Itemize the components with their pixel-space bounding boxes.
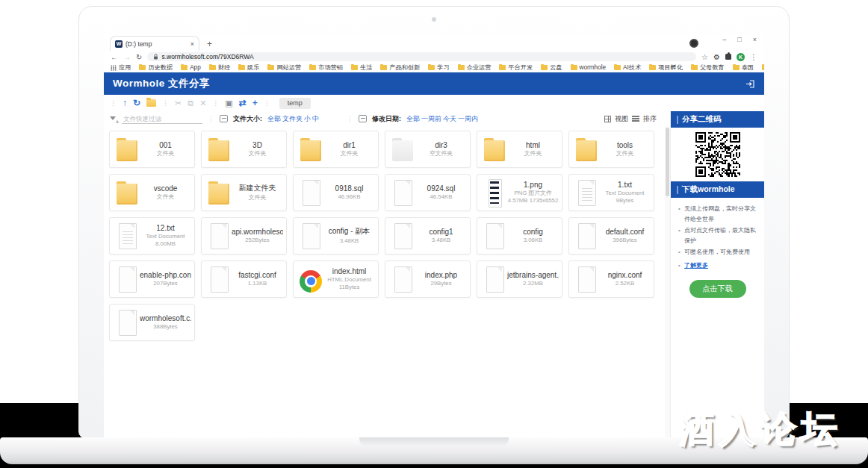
file-card[interactable]: 1.txt Text Document9Bytes bbox=[568, 174, 654, 211]
file-card[interactable]: enable-php.conf 207Bytes bbox=[109, 260, 195, 298]
file-card[interactable]: tools 文件夹 bbox=[568, 131, 654, 168]
file-card[interactable]: html 文件夹 bbox=[477, 131, 562, 168]
file-card-text: default.conf 396Bytes bbox=[598, 228, 654, 244]
paste-icon[interactable]: ▣ bbox=[225, 99, 232, 108]
date-filter-option[interactable]: 一周前 bbox=[421, 115, 441, 122]
add-icon[interactable]: + bbox=[252, 98, 258, 108]
date-filter-option[interactable]: 今天 bbox=[443, 115, 456, 122]
bookmark-item[interactable]: AI技术 bbox=[614, 63, 641, 72]
browser-tab[interactable]: W (D:) temp × bbox=[110, 36, 199, 51]
file-card[interactable]: dir1 文件夹 bbox=[293, 131, 379, 168]
bookmark-item[interactable]: 历史数据 bbox=[139, 63, 173, 72]
refresh-icon[interactable]: ↻ bbox=[133, 98, 140, 108]
bookmark-item[interactable]: 项目孵化 bbox=[649, 63, 683, 72]
url-field[interactable]: s.wormholesoft.com/79XD6RWA bbox=[147, 52, 696, 61]
file-card[interactable]: dir3 空文件夹 bbox=[385, 131, 471, 168]
bookmark-item[interactable]: 企业运营 bbox=[458, 63, 492, 72]
extensions-puzzle-icon[interactable] bbox=[725, 54, 731, 60]
learn-more-link[interactable]: 了解更多 bbox=[684, 262, 708, 269]
close-button[interactable]: × bbox=[753, 36, 757, 43]
bookmark-item[interactable]: 生活 bbox=[351, 63, 372, 72]
quick-filter-input[interactable] bbox=[122, 114, 202, 124]
file-card-text: fastcgi.conf 1.13KB bbox=[230, 271, 286, 287]
file-card[interactable]: 12.txt Text Document8.00MB bbox=[109, 217, 195, 255]
file-card[interactable]: config 3.06KB bbox=[477, 217, 562, 255]
minimize-button[interactable]: – bbox=[722, 36, 726, 43]
watermark-text: 酒入论坛 bbox=[678, 405, 843, 453]
file-card-text: config - 副本 3.48KB bbox=[322, 226, 378, 245]
back-icon[interactable]: ← bbox=[111, 53, 118, 61]
file-card[interactable]: nginx.conf 2.52KB bbox=[568, 260, 654, 298]
bookmark-item[interactable]: 父母教育 bbox=[691, 63, 725, 72]
apps-grid-icon bbox=[111, 65, 117, 71]
file-card[interactable]: fastcgi.conf 1.13KB bbox=[201, 260, 287, 298]
new-tab-button[interactable]: + bbox=[207, 39, 212, 49]
file-card[interactable]: 001 文件夹 bbox=[109, 131, 195, 168]
file-type-icon bbox=[575, 264, 598, 294]
logout-icon[interactable] bbox=[745, 79, 755, 89]
bookmark-item[interactable]: 财经 bbox=[209, 63, 230, 72]
transfer-icon[interactable]: ⇄ bbox=[239, 98, 247, 108]
file-name: 12.txt bbox=[140, 224, 191, 232]
file-card[interactable]: 新建文件夹 文件夹 bbox=[201, 174, 287, 211]
bookmark-item[interactable]: 市场营销 bbox=[309, 63, 343, 72]
cut-icon[interactable]: ✂ bbox=[175, 99, 182, 108]
size-filter-option[interactable]: 小 bbox=[304, 115, 311, 122]
date-filter-option[interactable]: 一周内 bbox=[458, 115, 478, 122]
view-button[interactable]: 视图 bbox=[615, 114, 628, 124]
sort-button[interactable]: 排序 bbox=[643, 114, 657, 124]
bookmark-item[interactable]: 网站运营 bbox=[267, 63, 301, 72]
file-card[interactable]: index.html HTML Document11Bytes bbox=[293, 260, 379, 298]
file-card[interactable]: jetbrains-agent.j... 2.32MB bbox=[477, 260, 562, 298]
file-card[interactable]: vscode 文件夹 bbox=[109, 174, 195, 211]
bookmark-item[interactable]: 学习 bbox=[428, 63, 449, 72]
bookmark-item[interactable]: wormhole bbox=[571, 64, 607, 71]
file-subtitle: 29Bytes bbox=[415, 280, 467, 287]
maximize-button[interactable]: □ bbox=[737, 36, 741, 43]
file-card[interactable]: index.php 29Bytes bbox=[385, 260, 471, 298]
bookmark-item[interactable]: 产品和创新 bbox=[380, 63, 420, 72]
delete-icon[interactable]: ✕ bbox=[199, 99, 206, 108]
reload-icon[interactable]: ↻ bbox=[136, 53, 142, 61]
size-filter-option[interactable]: 中 bbox=[312, 115, 319, 122]
view-grid-icon bbox=[604, 116, 611, 122]
copy-icon[interactable]: ⧉ bbox=[187, 99, 193, 108]
app-title: Wormhole 文件分享 bbox=[113, 77, 210, 90]
file-subtitle: Text Document8.00MB bbox=[140, 233, 191, 248]
file-card[interactable]: 0918.sql 46.96KB bbox=[293, 174, 379, 211]
bookmark-item[interactable]: 娱乐 bbox=[238, 63, 259, 72]
breadcrumb[interactable]: temp bbox=[279, 98, 311, 109]
bookmark-item[interactable]: 平台开发 bbox=[499, 63, 533, 72]
download-button[interactable]: 点击下载 bbox=[689, 280, 746, 298]
file-card[interactable]: 0924.sql 46.54KB bbox=[385, 174, 471, 211]
file-card[interactable]: 1.png PNG 图片文件4.57MB 1735x6552 bbox=[477, 174, 562, 211]
bookmark-item[interactable]: 泰国 bbox=[733, 63, 754, 72]
new-folder-icon[interactable] bbox=[146, 99, 156, 107]
bookmark-item[interactable]: App bbox=[181, 64, 201, 71]
record-circle-icon[interactable] bbox=[689, 39, 698, 48]
bookmark-star-icon[interactable]: ☆ bbox=[701, 53, 708, 61]
bookmark-item[interactable]: 云盘 bbox=[541, 63, 562, 72]
scrollbar-thumb[interactable] bbox=[666, 128, 669, 196]
gear-icon[interactable]: ⚙ bbox=[713, 53, 720, 61]
file-card[interactable]: 3D 文件夹 bbox=[201, 131, 287, 168]
tab-close-icon[interactable]: × bbox=[190, 40, 194, 48]
file-card[interactable]: api.wormholeso... 252Bytes bbox=[201, 217, 287, 255]
forward-icon[interactable]: → bbox=[123, 53, 131, 61]
view-controls: 视图 排序 bbox=[604, 114, 664, 124]
date-filter-option[interactable]: 全部 bbox=[406, 115, 420, 122]
file-name: fastcgi.conf bbox=[232, 271, 283, 279]
file-card[interactable]: default.conf 396Bytes bbox=[568, 217, 654, 255]
up-arrow-icon[interactable]: ↑ bbox=[123, 98, 127, 108]
bookmark-item[interactable]: 挖矿 bbox=[762, 63, 764, 72]
file-card[interactable]: config - 副本 3.48KB bbox=[293, 217, 379, 255]
file-card[interactable]: wormholesoft.c... 388Bytes bbox=[109, 304, 195, 341]
scrollbar[interactable] bbox=[665, 126, 670, 437]
profile-avatar[interactable]: K bbox=[737, 53, 745, 61]
size-filter-option[interactable]: 全部 bbox=[267, 115, 281, 122]
bookmark-folder-icon bbox=[458, 65, 465, 70]
apps-shortcut[interactable]: 应用 bbox=[111, 63, 131, 72]
browser-menu-icon[interactable]: ⋮ bbox=[750, 53, 757, 61]
file-card[interactable]: config1 3.48KB bbox=[385, 217, 471, 255]
size-filter-option[interactable]: 文件夹 bbox=[282, 115, 303, 122]
